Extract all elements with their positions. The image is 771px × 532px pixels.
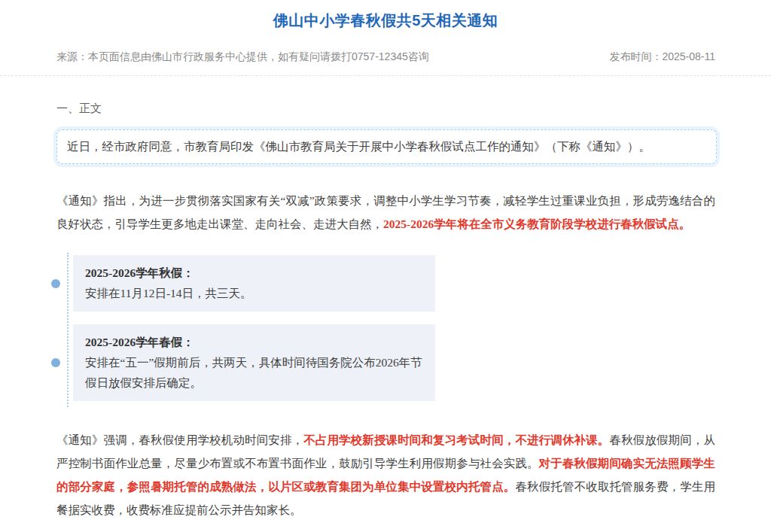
lead-summary-box: 近日，经市政府同意，市教育局印发《佛山市教育局关于开展中小学春秋假试点工作的通知…	[56, 129, 717, 164]
autumn-holiday-title: 2025-2026学年秋假：	[85, 263, 423, 283]
timeline-dot-icon	[51, 358, 60, 367]
timeline-dot-icon	[51, 279, 60, 288]
dashed-divider	[0, 75, 771, 76]
notice-page: 佛山中小学春秋假共5天相关通知 来源：本页面信息由佛山市行政服务中心提供，如有疑…	[0, 0, 771, 532]
timeline-item-autumn: 2025-2026学年秋假： 安排在11月12日-14日，共三天。	[73, 255, 435, 312]
paragraph-2-highlight-a: 不占用学校新授课时间和复习考试时间，不进行调休补课。	[303, 433, 609, 446]
autumn-holiday-text: 安排在11月12日-14日，共三天。	[85, 283, 423, 303]
section-heading: 一、正文	[56, 102, 715, 116]
paragraph-1: 《通知》指出，为进一步贯彻落实国家有关“双减”政策要求，调整中小学生学习节奏，减…	[56, 189, 715, 236]
paragraph-1-highlight: 2025-2026学年将在全市义务教育阶段学校进行春秋假试点。	[383, 217, 690, 230]
spring-holiday-text: 安排在“五一”假期前后，共两天，具体时间待国务院公布2026年节假日放假安排后确…	[85, 352, 423, 393]
paragraph-2: 《通知》强调，春秋假使用学校机动时间安排，不占用学校新授课时间和复习考试时间，不…	[56, 428, 715, 521]
publish-time: 发布时间：2025-08-11	[609, 50, 715, 64]
paragraph-2-text-a: 《通知》强调，春秋假使用学校机动时间安排，	[56, 433, 303, 446]
holiday-timeline: 2025-2026学年秋假： 安排在11月12日-14日，共三天。 2025-2…	[73, 255, 435, 401]
meta-row: 来源：本页面信息由佛山市行政服务中心提供，如有疑问请拨打0757-12345咨询…	[56, 50, 715, 64]
source-text: 来源：本页面信息由佛山市行政服务中心提供，如有疑问请拨打0757-12345咨询	[56, 50, 429, 64]
lead-summary-text: 近日，经市政府同意，市教育局印发《佛山市教育局关于开展中小学春秋假试点工作的通知…	[67, 140, 651, 153]
spring-holiday-title: 2025-2026学年春假：	[85, 332, 423, 352]
timeline-item-spring: 2025-2026学年春假： 安排在“五一”假期前后，共两天，具体时间待国务院公…	[73, 324, 435, 401]
page-title: 佛山中小学春秋假共5天相关通知	[0, 0, 771, 31]
